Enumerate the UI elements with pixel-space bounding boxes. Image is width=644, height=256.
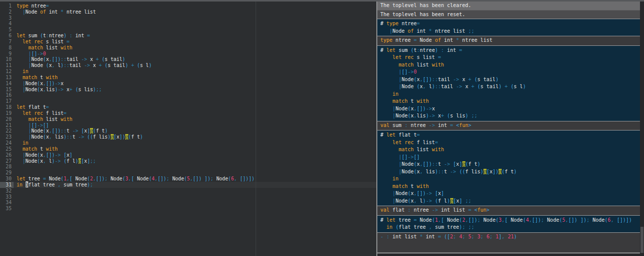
gutter-line-number: 12 bbox=[0, 69, 14, 75]
editor-gutter: 1234567891011121314151617181920212223242… bbox=[0, 2, 14, 256]
toplevel-result-block: - : int list * int = ([2; 4; 5; 3; 6; 1]… bbox=[377, 233, 640, 242]
toplevel-input-block: # let flat t= let rec f list= match list… bbox=[377, 130, 640, 206]
toplevel-input-line: |Node(x,[])->x bbox=[377, 105, 640, 113]
toplevel-input-line: |Node(x,[])::tail -> x + (s tail) bbox=[377, 76, 640, 84]
code-line: let sum (t:ntree) : int = bbox=[14, 33, 376, 39]
toplevel-input-line: |Node(x,lis)-> x+ (s lis) ;; bbox=[377, 112, 640, 120]
gutter-line-number: 30 bbox=[0, 176, 14, 182]
toplevel-message: The toplevel has been cleared. bbox=[377, 2, 640, 11]
gutter-line-number: 23 bbox=[0, 134, 14, 140]
toplevel-result-line: type ntree = Node of int * ntree list bbox=[377, 37, 640, 44]
gutter-line-number: 16 bbox=[0, 92, 14, 98]
editor-code-lines[interactable]: type ntree= |Node of int * ntree listlet… bbox=[14, 2, 376, 256]
gutter-line-number: 27 bbox=[0, 158, 14, 164]
code-line: |Node(x,[])-> [x] bbox=[14, 152, 376, 158]
gutter-line-number: 31 bbox=[0, 182, 14, 188]
toplevel-input-line: |Node of int * ntree list ;; bbox=[377, 28, 640, 35]
toplevel-input-line: # type ntree= bbox=[377, 20, 640, 28]
toplevel-result-line: - : int list * int = ([2; 4; 5; 3; 6; 1]… bbox=[377, 233, 640, 241]
code-line: match t with bbox=[14, 146, 376, 152]
gutter-line-number: 21 bbox=[0, 122, 14, 129]
toplevel-output-panel[interactable]: The toplevel has been cleared.The toplev… bbox=[376, 2, 644, 256]
code-line: |Node(x,[])::t -> [x]@(f t) bbox=[14, 128, 376, 134]
toplevel-result-line: val flat : ntree -> int list = <fun> bbox=[377, 207, 640, 214]
toplevel-input-block: # let tree = Node(1,[ Node(2,[]); Node(3… bbox=[377, 215, 640, 233]
toplevel-input-line: match t with bbox=[377, 98, 640, 105]
code-line: |Node of int * ntree list bbox=[14, 9, 376, 15]
gutter-line-number: 11 bbox=[0, 62, 14, 69]
code-line: in bbox=[14, 140, 376, 146]
code-editor[interactable]: 1234567891011121314151617181920212223242… bbox=[0, 2, 376, 256]
column-ruler bbox=[256, 2, 256, 256]
gutter-line-number: 26 bbox=[0, 152, 14, 158]
code-line: |[]->0 bbox=[14, 51, 376, 57]
toplevel-content: The toplevel has been cleared.The toplev… bbox=[377, 2, 640, 256]
toplevel-result-block: type ntree = Node of int * ntree list bbox=[377, 36, 640, 45]
toplevel-input-line: match t with bbox=[377, 183, 640, 190]
toplevel-input-line: match list with bbox=[377, 61, 640, 69]
toplevel-result-block: val sum : ntree -> int = <fun> bbox=[377, 121, 640, 131]
ocaml-ide-window: 1234567891011121314151617181920212223242… bbox=[0, 0, 644, 256]
gutter-line-number: 34 bbox=[0, 200, 14, 206]
code-line bbox=[14, 194, 376, 200]
code-line: match list with bbox=[14, 45, 376, 51]
toplevel-input-block: # type ntree= |Node of int * ntree list … bbox=[377, 19, 640, 36]
gutter-line-number: 35 bbox=[0, 206, 14, 212]
scrollbar-thumb[interactable] bbox=[640, 227, 643, 253]
gutter-line-number: 9 bbox=[0, 51, 14, 57]
toplevel-input-line: |Node(x, l)-> (f l)@[x] ;; bbox=[377, 198, 640, 205]
gutter-line-number: 3 bbox=[0, 15, 14, 21]
toplevel-result-block: val flat : ntree -> int list = <fun> bbox=[377, 206, 640, 215]
toplevel-input-line: in (flat tree , sum tree); ;; bbox=[377, 224, 640, 231]
toplevel-message: The toplevel has been reset. bbox=[377, 11, 640, 19]
toplevel-input-line: # let tree = Node(1,[ Node(2,[]); Node(3… bbox=[377, 217, 640, 224]
code-line: in (flat tree , sum tree); bbox=[14, 182, 376, 188]
gutter-line-number: 8 bbox=[0, 45, 14, 51]
gutter-line-number: 24 bbox=[0, 140, 14, 146]
gutter-line-number: 20 bbox=[0, 116, 14, 122]
toplevel-input-line: |Node(x, lis)::t -> ((f lis)@[x])@(f t) bbox=[377, 168, 640, 176]
gutter-line-number: 25 bbox=[0, 146, 14, 152]
toplevel-input-line: # let flat t= bbox=[377, 132, 640, 139]
toplevel-input-line: |Node(x,[])-> [x] bbox=[377, 190, 640, 198]
code-line: let rec f list= bbox=[14, 110, 376, 116]
code-line: |Node(x,[])->x bbox=[14, 81, 376, 87]
gutter-line-number: 18 bbox=[0, 104, 14, 110]
code-line: |Node(x, l)-> (f l)@[x];; bbox=[14, 158, 376, 164]
code-line: |Node(x,[])::tail -> x + (s tail) bbox=[14, 56, 376, 62]
code-line bbox=[14, 27, 376, 33]
toplevel-input-line: |Node(x,[])::t -> [x]@(f t) bbox=[377, 161, 640, 168]
gutter-line-number: 28 bbox=[0, 164, 14, 170]
code-line bbox=[14, 92, 376, 98]
gutter-line-number: 4 bbox=[0, 21, 14, 27]
main-split: 1234567891011121314151617181920212223242… bbox=[0, 2, 644, 256]
code-line bbox=[14, 98, 376, 104]
gutter-line-number: 32 bbox=[0, 188, 14, 194]
toplevel-input-line: let rec s list = bbox=[377, 54, 640, 61]
gutter-line-number: 7 bbox=[0, 39, 14, 45]
code-line bbox=[14, 206, 376, 212]
gutter-line-number: 33 bbox=[0, 194, 14, 200]
code-line: match list with bbox=[14, 116, 376, 122]
gutter-line-number: 2 bbox=[0, 9, 14, 15]
code-line bbox=[14, 170, 376, 176]
code-line bbox=[14, 200, 376, 206]
toplevel-input-line: let rec f list= bbox=[377, 139, 640, 147]
toplevel-input-line: |Node (x, l)::tail -> x + (s tail) + (s … bbox=[377, 83, 640, 91]
toplevel-scrollbar[interactable] bbox=[640, 2, 644, 256]
gutter-line-number: 17 bbox=[0, 98, 14, 104]
code-line: |Node(x,lis)-> x+ (s lis);; bbox=[14, 87, 376, 93]
code-line bbox=[14, 21, 376, 27]
toplevel-input-line: |[]->0 bbox=[377, 69, 640, 76]
code-line: in bbox=[14, 69, 376, 75]
toplevel-input-line: # let sum (t:ntree) : int = bbox=[377, 47, 640, 54]
toplevel-input-line: in bbox=[377, 175, 640, 183]
toplevel-input-line: in bbox=[377, 91, 640, 98]
gutter-line-number: 5 bbox=[0, 27, 14, 33]
toplevel-input-block: # let sum (t:ntree) : int = let rec s li… bbox=[377, 45, 640, 121]
toplevel-input-line: |[]->[] bbox=[377, 154, 640, 161]
code-line: let flat t= bbox=[14, 104, 376, 110]
toplevel-input-line: match list with bbox=[377, 146, 640, 154]
gutter-line-number: 15 bbox=[0, 87, 14, 93]
gutter-line-number: 22 bbox=[0, 128, 14, 134]
